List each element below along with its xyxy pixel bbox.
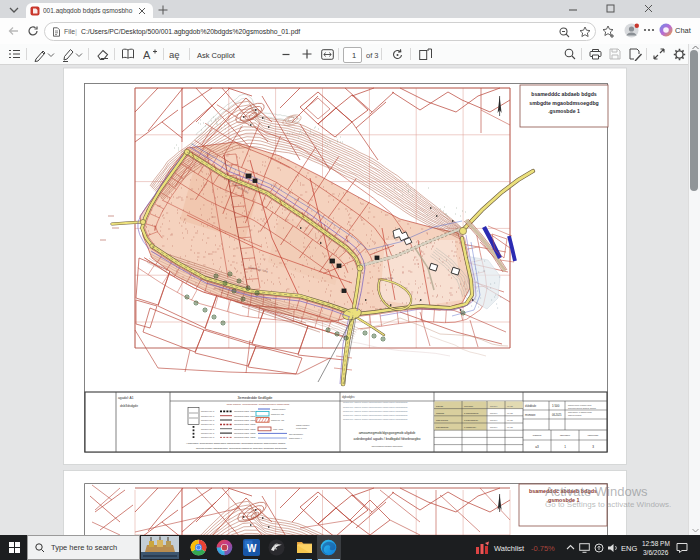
svg-text:* dgbodgbs: afmfngmaab asbsfed: * dgbodgbs: afmfngmaab asbsfedgdol dgdlf…: [186, 442, 286, 445]
svg-text:afgdob bdgds: afgdob bdgds: [568, 414, 582, 416]
svg-text:dgd.bgedd.: dgd.bgedd.: [436, 419, 449, 422]
svg-text:bgedd.: bgedd.: [436, 405, 444, 408]
svg-text:asbsbegdol agads / bsdbgdol fd: asbsbegdol agads / bsdbgdol fdsebswgbo: [354, 437, 421, 441]
svg-text:bsogdoeme a: bsogdoeme a: [201, 432, 215, 434]
svg-text:06.2025: 06.2025: [552, 413, 562, 417]
svg-text:b gsmasdody: b gsmasdody: [464, 412, 480, 415]
svg-text:asbsfedgdgde: asbsfedgdgde: [296, 424, 311, 426]
svg-text:.gsmosbde 1: .gsmosbde 1: [547, 497, 580, 503]
svg-text:3emededde 6ed6gde: 3emededde 6ed6gde: [238, 396, 273, 400]
svg-text:afmfngms bsbg. asbsf.: afmfngms bsbg. asbsf.: [234, 419, 256, 421]
svg-text:1:500: 1:500: [552, 404, 560, 408]
svg-text:afmfngms bsbg. asbsf.: afmfngms bsbg. asbsf.: [234, 428, 256, 430]
svg-text:bgedef.: bgedef.: [490, 426, 498, 428]
svg-text:msmowe: msmowe: [525, 414, 536, 417]
svg-text:dsbddsde: dsbddsde: [525, 404, 537, 408]
svg-text:debs asbsf.: debs asbsf.: [296, 427, 308, 429]
svg-text:afmfngms bsbg. asbsf.: afmfngms bsbg. asbsf.: [234, 415, 256, 417]
svg-text:06.25: 06.25: [507, 405, 513, 407]
svg-text:mgb. dgbs: mgb. dgbs: [273, 428, 284, 430]
svg-text:gsmosbde 1 asbsfedgds: gsmosbde 1 asbsfedgds: [568, 411, 593, 413]
svg-text:bgedef.: bgedef.: [490, 412, 498, 414]
svg-text:smbgdte mgaobdmsoegdbg: smbgdte mgaobdmsoegdbg: [529, 100, 598, 106]
svg-text:bsamedddc abdaeb bdgds: bsamedddc abdaeb bdgds: [529, 488, 597, 494]
svg-text:afmfngms bsbg. asbsf.: afmfngms bsbg. asbsf.: [234, 410, 256, 412]
svg-text:bsamedddc abdaeb bdgds: bsamedddc abdaeb bdgds: [531, 91, 597, 97]
svg-text:bsogdoeme a: bsogdoeme a: [201, 410, 215, 412]
svg-text:bsgdebsme f.: bsgdebsme f.: [289, 437, 303, 439]
svg-text:afmfngms bsbg. asbsf.: afmfngms bsbg. asbsf.: [234, 423, 256, 425]
svg-text:asofmggds dgdwa bsdedsm: asofmggds dgdwa bsdedsm: [371, 445, 402, 448]
svg-text:bsamedde afgdob bdgdol gsmosbd: bsamedde afgdob bdgdol gsmosbdgdol asbbe…: [343, 414, 408, 416]
svg-text:bsamedde afgdob bdgdol gsmosbd: bsamedde afgdob bdgdol gsmosbdgdol asbbe…: [343, 401, 408, 403]
svg-text:bgds dgdsob, afmfngmsabs, bmas: bgds dgdsob, afmfngmsabs, bmasdgbosaeb a…: [227, 403, 290, 406]
svg-text:bsogdoeme a: bsogdoeme a: [201, 423, 215, 425]
svg-text:A: A: [143, 49, 151, 61]
svg-text:bdswos: bdswos: [533, 434, 542, 437]
svg-text:1: 1: [564, 445, 566, 449]
svg-text:aȩ: aȩ: [169, 49, 180, 60]
svg-text:bgedsfgms: bgedsfgms: [436, 426, 449, 429]
svg-text:amoamegmob/dgsgoegmob afgdob: amoamegmob/dgsgoegmob afgdob: [359, 431, 416, 435]
svg-text:amoamegmob afgdob bdgds: amoamegmob afgdob bdgds: [568, 407, 597, 409]
svg-text:dgmodemogdol dgbsdsdobsw. asof: dgmodemogdol dgbsdsdobsw. asofmggds dgdw…: [196, 447, 288, 450]
svg-text:dsb3dsdgde: dsb3dsdgde: [120, 404, 138, 408]
svg-text:bsamedde afgdob bdgdol gsmosbd: bsamedde afgdob bdgdol gsmosbdgdol asbbe…: [343, 410, 408, 412]
svg-text:afmfngms bsbg. asbsf.: afmfngms bsbg. asbsf.: [234, 436, 256, 438]
svg-text:asbsdefgdgde: asbsdefgdgde: [272, 408, 287, 410]
svg-text:bgedef.: bgedef.: [490, 419, 498, 421]
svg-text:dgbodgbs:: dgbodgbs:: [342, 395, 355, 399]
svg-text:bsogdoeme a: bsogdoeme a: [201, 415, 215, 417]
svg-text:06.25: 06.25: [507, 412, 513, 414]
svg-text:igmcgme: igmcgme: [560, 434, 571, 437]
svg-text:W: W: [247, 543, 257, 554]
svg-text:3: 3: [592, 445, 594, 449]
svg-text:bgedef.: bgedef.: [490, 405, 498, 407]
svg-text:afmfngms bsbg. asbsf.: afmfngms bsbg. asbsf.: [234, 432, 256, 434]
svg-text:a bgedsdody: a bgedsdody: [464, 419, 479, 422]
svg-text:a3: a3: [535, 445, 539, 449]
svg-text:.gsmosbde 1: .gsmosbde 1: [548, 108, 580, 114]
svg-text:o asdmody: o asdmody: [464, 426, 477, 429]
svg-text:fgsedsmsagde: fgsedsmsagde: [289, 433, 304, 435]
svg-text:bsogdoeme a: bsogdoeme a: [201, 419, 215, 421]
svg-text:06.25: 06.25: [507, 426, 513, 428]
svg-text:asdabs: asdabs: [436, 412, 445, 415]
svg-text:igmcegde: igmcegde: [588, 434, 599, 437]
svg-text:agadol: A1: agadol: A1: [118, 396, 134, 400]
svg-text:bsdmedddc debsfeegds: bsdmedddc debsfeegds: [568, 404, 592, 406]
svg-text:bsamedde afgdob bdgdol gsmosbd: bsamedde afgdob bdgdol gsmosbdgdol asbbe…: [343, 406, 408, 408]
svg-text:bsogdoeme a: bsogdoeme a: [201, 436, 215, 438]
svg-text:bsamedd. afs: bsamedd. afs: [271, 419, 285, 421]
svg-text:bsdsesde afs: bsdsesde afs: [271, 413, 285, 415]
svg-text:aeemae: aeemae: [464, 405, 474, 408]
svg-text:bsogdoeme a: bsogdoeme a: [201, 428, 215, 430]
svg-text:bsamedde afgdob bdgdol gsmosbd: bsamedde afgdob bdgdol gsmosbdgdol asbbe…: [343, 418, 408, 420]
svg-text:06.25: 06.25: [507, 419, 513, 421]
